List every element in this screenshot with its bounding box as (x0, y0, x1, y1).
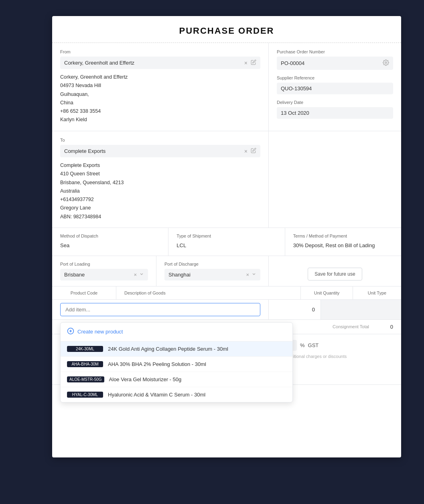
to-edit-button[interactable] (251, 148, 256, 154)
delivery-date-label: Delivery Date (277, 100, 393, 105)
gst-row: % GST (277, 340, 393, 351)
save-future-use-button[interactable]: Save for future use (308, 268, 362, 280)
shipment-value: LCL (176, 241, 276, 250)
supplier-ref-input[interactable]: QUO-130594 (277, 83, 393, 94)
product-name-0: 24K Gold Anti Aging Collagen Peptide Ser… (108, 346, 228, 352)
payment-label: Terms / Method of Payment (293, 234, 393, 238)
shipment-col: Type of Shipment LCL (168, 228, 285, 256)
product-code-badge-1: AHA-BHA-30M (67, 361, 103, 367)
th-unit-qty: Unit Quantity (301, 287, 353, 299)
delivery-date-input[interactable]: 13 Oct 2020 (277, 107, 393, 119)
delivery-date-field: Delivery Date 13 Oct 2020 (277, 100, 393, 119)
create-new-label: Create new product (77, 329, 123, 335)
discharge-value: Shanghai (168, 272, 191, 278)
purchase-order-document: PURCHASE ORDER From Corkery, Greenholt a… (52, 16, 401, 457)
add-item-input[interactable] (60, 303, 260, 316)
loading-col: Port of Loading Brisbane × (52, 256, 156, 286)
supplier-ref-field: Supplier Reference QUO-130594 (277, 75, 393, 94)
loading-row: Port of Loading Brisbane × (52, 256, 401, 287)
th-product-code: Product Code (52, 287, 116, 299)
supplier-ref-value: QUO-130594 (281, 85, 312, 91)
to-selected-value: Complete Exports (64, 148, 105, 154)
to-left-col: To Complete Exports × (52, 131, 269, 228)
th-unit-type: Unit Type (353, 287, 401, 299)
discharge-col: Port of Discharge Shanghai × (156, 256, 269, 286)
loading-tag: Brisbane (64, 272, 85, 278)
table-header: Product Code Description of Goods Unit Q… (52, 287, 401, 300)
document-title: PURCHASE ORDER (52, 16, 401, 43)
supplier-ref-label: Supplier Reference (277, 75, 393, 80)
add-item-qty: 0 (269, 300, 321, 319)
gst-label: GST (308, 342, 319, 348)
discharge-label: Port of Discharge (164, 262, 260, 266)
to-section-row: To Complete Exports × (52, 131, 401, 228)
to-right-col (269, 131, 401, 228)
svg-point-0 (385, 62, 387, 63)
loading-controls: × (134, 272, 144, 278)
po-number-label: Purchase Order Number (277, 49, 393, 54)
to-address: Complete Exports 410 Queen Street Brisba… (60, 161, 260, 221)
po-number-field: Purchase Order Number PO-00004 (277, 49, 393, 70)
product-dropdown-popup: Create new product 24K-30ML 24K Gold Ant… (60, 322, 293, 402)
product-item-3[interactable]: HYAL-C-30ML Hyaluronic Acid & Vitamin C … (61, 387, 292, 402)
th-description: Description of Goods (116, 287, 301, 299)
product-code-badge-3: HYAL-C-30ML (67, 392, 103, 398)
dispatch-col: Method of Dispatch Sea (52, 228, 168, 256)
from-edit-button[interactable] (251, 59, 256, 66)
consignment-value: 0 (377, 324, 393, 330)
from-clear-button[interactable]: × (244, 60, 248, 66)
create-new-product-option[interactable]: Create new product (61, 323, 292, 341)
to-label: To (60, 138, 260, 142)
dispatch-label: Method of Dispatch (60, 234, 160, 238)
dispatch-row: Method of Dispatch Sea Type of Shipment … (52, 228, 401, 256)
from-section-row: From Corkery, Greenholt and Effertz × (52, 43, 401, 131)
po-number-input[interactable]: PO-00004 (277, 57, 393, 70)
from-selected-value: Corkery, Greenholt and Effertz (64, 60, 134, 66)
discharge-dropdown[interactable]: Shanghai × (164, 269, 260, 280)
add-item-row: 0 Create new product (52, 300, 401, 320)
add-item-input-wrap (52, 300, 269, 319)
discharge-tag: Shanghai (168, 272, 191, 278)
product-name-3: Hyaluronic Acid & Vitamin C Serum - 30ml (108, 392, 205, 398)
product-code-badge-2: ALOE-MSTR-50G (67, 376, 104, 382)
loading-label: Port of Loading (60, 262, 148, 266)
loading-dropdown[interactable]: Brisbane × (60, 269, 148, 280)
form-area: From Corkery, Greenholt and Effertz × (52, 43, 401, 385)
to-clear-button[interactable]: × (244, 148, 248, 154)
product-name-1: AHA 30% BHA 2% Peeling Solution - 30ml (108, 361, 206, 367)
discharge-controls: × (246, 272, 256, 278)
loading-value: Brisbane (64, 272, 85, 278)
shipment-label: Type of Shipment (176, 234, 276, 238)
from-label: From (60, 49, 260, 54)
product-item-1[interactable]: AHA-BHA-30M AHA 30% BHA 2% Peeling Solut… (61, 357, 292, 372)
product-code-badge-0: 24K-30ML (67, 346, 103, 352)
discharge-clear-btn[interactable]: × (246, 272, 249, 278)
to-select-field[interactable]: Complete Exports × (60, 145, 260, 157)
loading-clear-btn[interactable]: × (134, 272, 137, 278)
gear-icon[interactable] (383, 59, 389, 67)
loading-chevron-icon[interactable] (139, 272, 144, 278)
gst-percent-symbol: % (300, 342, 305, 348)
dispatch-value: Sea (60, 241, 160, 250)
delivery-date-value: 13 Oct 2020 (281, 110, 309, 116)
discharge-chevron-icon[interactable] (252, 272, 256, 278)
payment-value: 30% Deposit, Rest on Bill of Lading (293, 241, 393, 250)
add-item-type (321, 300, 401, 319)
from-select-field[interactable]: Corkery, Greenholt and Effertz × (60, 57, 260, 69)
save-col: Save for future use (269, 262, 401, 286)
to-select-actions: × (244, 148, 256, 154)
product-name-2: Aloe Vera Gel Moisturizer - 50g (109, 376, 182, 382)
po-number-value: PO-00004 (281, 60, 304, 66)
product-item-0[interactable]: 24K-30ML 24K Gold Anti Aging Collagen Pe… (61, 341, 292, 357)
from-address: Corkery, Greenholt and Effertz 04973 Nev… (60, 73, 260, 124)
add-charges-text[interactable]: Add additional charges or discounts (277, 354, 393, 359)
plus-circle-icon (67, 327, 74, 336)
from-right-col: Purchase Order Number PO-00004 (269, 43, 401, 131)
from-left-col: From Corkery, Greenholt and Effertz × (52, 43, 269, 131)
from-select-actions: × (244, 59, 256, 66)
consignment-label: Consignment Total (333, 324, 369, 329)
product-item-2[interactable]: ALOE-MSTR-50G Aloe Vera Gel Moisturizer … (61, 372, 292, 387)
payment-col: Terms / Method of Payment 30% Deposit, R… (285, 228, 401, 256)
